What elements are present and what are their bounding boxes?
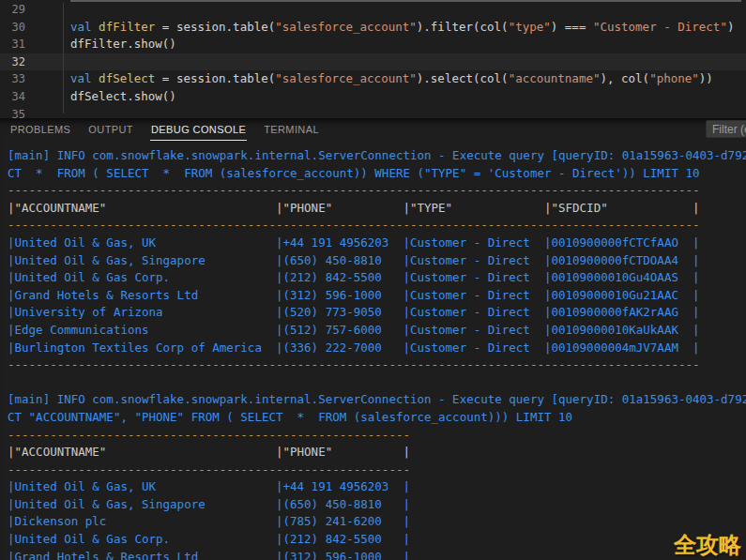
console-line-row: |Edge Communications |(512) 757-6000 |Cu… — [8, 322, 746, 340]
console-line-row: |United Oil & Gas, UK |+44 191 4956203 | — [8, 478, 746, 496]
console-line-row: |United Oil & Gas, Singapore |(650) 450-… — [8, 496, 746, 514]
code-text: val dfFilter = session.table("salesforce… — [25, 19, 734, 37]
code-line[interactable]: 34dfSelect.show() — [0, 88, 746, 106]
tab-problems[interactable]: PROBLEMS — [9, 118, 71, 141]
console-line-info: [main] INFO com.snowflake.snowpark.inter… — [8, 147, 746, 165]
console-line-dash: ----------------------------------------… — [8, 427, 746, 445]
code-line[interactable]: 33val dfSelect = session.table("salesfor… — [0, 70, 746, 88]
code-line[interactable]: 32 — [0, 53, 746, 71]
panel-tab-bar: PROBLEMSOUTPUTDEBUG CONSOLETERMINAL — [0, 118, 746, 141]
line-number[interactable]: 33 — [0, 70, 25, 88]
console-line-row: |United Oil & Gas, UK |+44 191 4956203 |… — [8, 235, 746, 252]
console-line-dash: ----------------------------------------… — [8, 462, 746, 479]
code-line[interactable]: 35 — [0, 106, 746, 118]
tab-debug-console[interactable]: DEBUG CONSOLE — [150, 118, 247, 141]
panel-tabs: PROBLEMSOUTPUTDEBUG CONSOLETERMINAL — [9, 118, 336, 141]
code-text: dfSelect.show() — [25, 88, 176, 106]
console-line-row: |University of Arizona |(520) 773-9050 |… — [8, 304, 746, 322]
line-number[interactable]: 29 — [0, 1, 25, 19]
console-line-dash: ----------------------------------------… — [8, 217, 746, 235]
console-line-row: |Grand Hotels & Resorts Ltd |(312) 596-1… — [8, 549, 746, 560]
line-number[interactable]: 31 — [0, 36, 25, 53]
editor-lines: 2930val dfFilter = session.table("salesf… — [0, 1, 746, 118]
console-line-blank — [8, 374, 746, 392]
code-editor[interactable]: 2930val dfFilter = session.table("salesf… — [0, 0, 746, 118]
code-line[interactable]: 29 — [0, 1, 746, 19]
bottom-panel: PROBLEMSOUTPUTDEBUG CONSOLETERMINAL [mai… — [0, 118, 746, 560]
code-text: dfFilter.show() — [25, 36, 176, 53]
indent-guide — [63, 3, 64, 114]
code-text: val dfSelect = session.table("salesforce… — [25, 70, 713, 88]
console-line-info: [main] INFO com.snowflake.snowpark.inter… — [8, 391, 746, 409]
console-line-info: CT * FROM ( SELECT * FROM (salesforce_ac… — [8, 165, 746, 183]
console-line-header: |"ACCOUNTNAME" |"PHONE" |"TYPE" |"SFDCID… — [8, 200, 746, 218]
console-line-row: |Grand Hotels & Resorts Ltd |(312) 596-1… — [8, 287, 746, 305]
console-line-dash: ----------------------------------------… — [8, 182, 746, 200]
console-line-row: |United Oil & Gas Corp. |(212) 842-5500 … — [8, 269, 746, 287]
tab-output[interactable]: OUTPUT — [87, 118, 134, 141]
console-line-header: |"ACCOUNTNAME" |"PHONE" | — [8, 444, 746, 462]
line-number[interactable]: 35 — [0, 106, 25, 118]
console-line-row: |United Oil & Gas Corp. |(212) 842-5500 … — [8, 531, 746, 549]
console-line-row: |Dickenson plc |(785) 241-6200 | — [8, 513, 746, 531]
console-line-row: |United Oil & Gas, Singapore |(650) 450-… — [8, 252, 746, 270]
line-number[interactable]: 32 — [0, 53, 25, 71]
tab-terminal[interactable]: TERMINAL — [263, 118, 320, 141]
console-line-row: |Burlington Textiles Corp of America |(3… — [8, 340, 746, 357]
debug-console-output[interactable]: [main] INFO com.snowflake.snowpark.inter… — [0, 141, 746, 560]
code-line[interactable]: 31dfFilter.show() — [0, 36, 746, 53]
clipped-code-line — [70, 0, 741, 2]
console-line-dash: ----------------------------------------… — [8, 356, 746, 374]
code-line[interactable]: 30val dfFilter = session.table("salesfor… — [0, 19, 746, 37]
line-number[interactable]: 34 — [0, 88, 25, 106]
console-filter-input[interactable] — [706, 120, 746, 138]
vscode-window: 2930val dfFilter = session.table("salesf… — [0, 0, 746, 560]
console-line-info: CT "ACCOUNTNAME", "PHONE" FROM ( SELECT … — [8, 409, 746, 427]
watermark: 全攻略 — [674, 530, 741, 560]
line-number[interactable]: 30 — [0, 19, 25, 37]
